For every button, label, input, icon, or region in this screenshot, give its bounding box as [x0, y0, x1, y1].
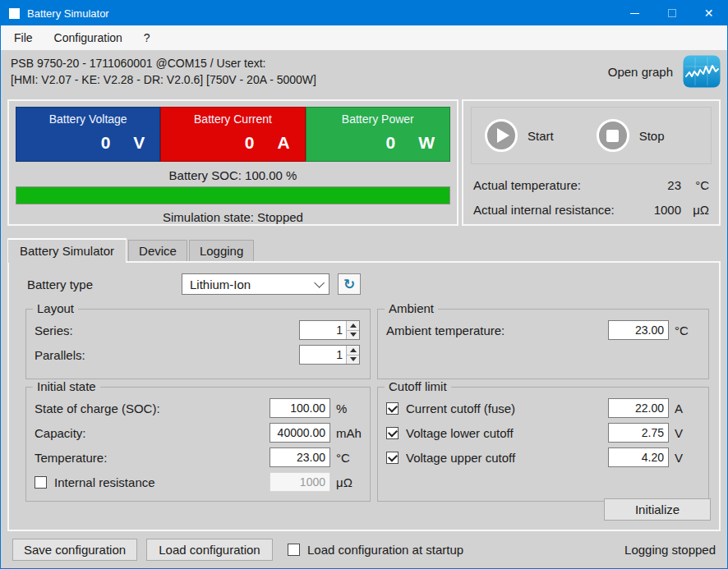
capacity-field[interactable]: 40000.00 — [270, 423, 330, 443]
load-at-startup-label: Load configuration at startup — [307, 543, 463, 557]
soc-unit: % — [330, 402, 360, 415]
cutoff-limit-group: Cutoff limit Current cutoff (fuse) 22.00… — [377, 387, 709, 502]
series-value: 1 — [300, 321, 346, 339]
voltage-value: 0 — [101, 133, 111, 153]
capacity-label: Capacity: — [35, 426, 270, 440]
device-info-bar: PSB 9750-20 - 1711060001 @COM15 / User t… — [1, 50, 727, 93]
device-id-line: PSB 9750-20 - 1711060001 @COM15 / User t… — [11, 55, 608, 71]
voltage-upper-cutoff-label: Voltage upper cutoff — [406, 451, 608, 465]
power-unit: W — [418, 133, 435, 153]
battery-type-label: Battery type — [27, 278, 182, 291]
load-configuration-button[interactable]: Load configuration — [146, 539, 273, 561]
soc-row: State of charge (SOC): 100.00 % — [26, 396, 370, 420]
refresh-button[interactable]: ↻ — [338, 273, 361, 295]
tab-battery-simulator[interactable]: Battery Simulator — [7, 238, 127, 263]
initialize-button[interactable]: Initialize — [604, 498, 711, 521]
initial-state-group-title: Initial state — [33, 379, 100, 393]
parallels-label: Parallels: — [35, 348, 299, 362]
voltage-lower-cutoff-field[interactable]: 2.75 — [608, 423, 669, 443]
actual-temperature-unit: °C — [681, 178, 709, 192]
save-configuration-button[interactable]: Save configuration — [12, 539, 137, 561]
power-value: 0 — [385, 133, 395, 153]
device-info-text: PSB 9750-20 - 1711060001 @COM15 / User t… — [1, 55, 608, 88]
parallels-up-button[interactable] — [347, 346, 359, 355]
temperature-field[interactable]: 23.00 — [270, 447, 330, 467]
series-down-button[interactable] — [347, 330, 359, 340]
voltage-lower-cutoff-unit: V — [669, 426, 698, 440]
battery-voltage-meter: Battery Voltage 0 V — [16, 107, 160, 162]
stop-button[interactable] — [597, 119, 629, 152]
settings-groups: Layout Series: 1 Parallels: 1 — [25, 309, 709, 502]
graph-icon[interactable] — [683, 55, 721, 88]
window-title: Battery Simulator — [27, 7, 109, 20]
start-label: Start — [528, 129, 554, 143]
actual-resistance-value: 1000 — [632, 203, 681, 217]
soc-field[interactable]: 100.00 — [270, 398, 330, 418]
current-value: 0 — [245, 133, 255, 153]
voltage-upper-cutoff-row: Voltage upper cutoff 4.20 V — [378, 445, 708, 470]
actual-temperature-value: 23 — [632, 178, 681, 192]
battery-type-value: Lithium-Ion — [190, 278, 314, 291]
current-cutoff-checkbox[interactable] — [386, 402, 399, 415]
current-cutoff-label: Current cutoff (fuse) — [406, 402, 608, 415]
internal-resistance-label: Internal resistance — [54, 475, 270, 489]
power-label: Battery Power — [306, 112, 449, 126]
battery-type-select[interactable]: Lithium-Ion — [182, 273, 329, 295]
current-label: Battery Current — [161, 112, 304, 126]
ambient-temperature-field[interactable]: 23.00 — [608, 320, 669, 340]
parallels-down-button[interactable] — [347, 355, 359, 365]
close-icon: ✕ — [704, 7, 714, 19]
soc-progress-bar — [16, 186, 450, 204]
battery-type-row: Battery type Lithium-Ion ↻ — [9, 263, 719, 295]
arrow-down-icon — [350, 357, 357, 361]
internal-resistance-unit: μΩ — [330, 475, 360, 489]
minimize-icon — [630, 13, 639, 14]
measurement-panel: Battery Voltage 0 V Battery Current 0 A … — [7, 99, 458, 226]
play-icon — [497, 128, 509, 143]
temperature-label: Temperature: — [35, 451, 270, 465]
menu-help[interactable]: ? — [133, 25, 161, 50]
actual-resistance-label: Actual internal resistance: — [473, 203, 632, 217]
internal-resistance-checkbox[interactable] — [35, 476, 47, 489]
tab-logging[interactable]: Logging — [189, 240, 254, 261]
arrow-up-icon — [350, 348, 357, 352]
parallels-row: Parallels: 1 — [26, 342, 370, 367]
series-stepper[interactable]: 1 — [299, 320, 360, 340]
arrow-up-icon — [350, 324, 357, 328]
load-at-startup-checkbox[interactable] — [288, 544, 300, 556]
soc-label: State of charge (SOC): — [35, 402, 270, 415]
maximize-button[interactable] — [653, 1, 690, 25]
device-version-line: [HMI: V2.07 - KE: V2.28 - DR: V2.0.6] [7… — [11, 71, 608, 88]
actual-temperature-readout: Actual temperature: 23 °C — [463, 178, 719, 192]
stop-control[interactable]: Stop — [597, 119, 665, 152]
stop-label: Stop — [639, 129, 665, 143]
initialize-row: Initialize — [604, 498, 711, 521]
open-graph-control[interactable]: Open graph — [608, 55, 721, 88]
voltage-unit: V — [133, 133, 145, 153]
internal-resistance-field: 1000 — [270, 472, 330, 492]
menu-file[interactable]: File — [3, 25, 44, 50]
voltage-upper-cutoff-checkbox[interactable] — [386, 452, 399, 464]
capacity-row: Capacity: 40000.00 mAh — [26, 420, 370, 445]
voltage-lower-cutoff-checkbox[interactable] — [386, 427, 399, 439]
voltage-upper-cutoff-field[interactable]: 4.20 — [608, 447, 669, 467]
parallels-stepper[interactable]: 1 — [299, 345, 360, 365]
series-up-button[interactable] — [347, 321, 359, 330]
ambient-group: Ambient Ambient temperature: 23.00 °C — [377, 309, 709, 379]
minimize-button[interactable] — [616, 1, 653, 25]
close-button[interactable]: ✕ — [690, 1, 727, 25]
tab-device[interactable]: Device — [128, 240, 187, 261]
ambient-group-title: Ambient — [385, 301, 438, 315]
open-graph-label: Open graph — [608, 65, 673, 79]
battery-current-meter: Battery Current 0 A — [160, 107, 305, 162]
ambient-temperature-label: Ambient temperature: — [386, 324, 608, 337]
series-label: Series: — [35, 324, 299, 337]
start-control[interactable]: Start — [485, 119, 554, 152]
menu-configuration[interactable]: Configuration — [44, 25, 133, 50]
initial-state-group: Initial state State of charge (SOC): 100… — [25, 387, 371, 502]
start-button[interactable] — [485, 119, 518, 152]
voltage-label: Battery Voltage — [16, 112, 159, 126]
current-cutoff-field[interactable]: 22.00 — [608, 398, 669, 418]
voltage-lower-cutoff-row: Voltage lower cutoff 2.75 V — [378, 420, 708, 445]
startup-checkbox-control[interactable]: Load configuration at startup — [288, 543, 463, 557]
